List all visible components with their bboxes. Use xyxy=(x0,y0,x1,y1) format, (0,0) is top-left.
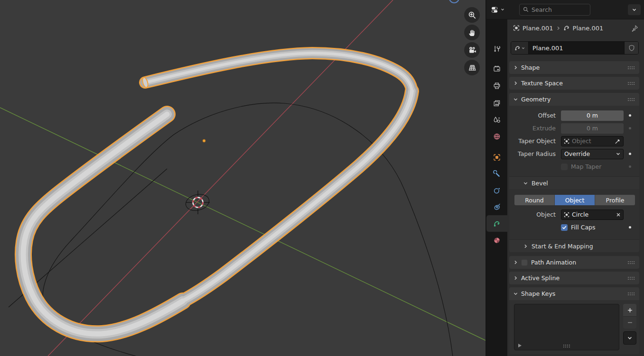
tab-world[interactable] xyxy=(486,128,507,145)
grip-icon[interactable] xyxy=(627,82,635,85)
view-layer-icon xyxy=(493,100,501,107)
pan-button[interactable] xyxy=(464,25,480,40)
shield-icon xyxy=(628,45,635,51)
camera-view-icon xyxy=(468,46,476,55)
path-animation-checkbox[interactable] xyxy=(521,259,528,266)
map-taper-row: Map Taper xyxy=(509,161,639,172)
tab-constraints[interactable] xyxy=(486,199,507,215)
pan-hand-icon xyxy=(468,28,476,37)
fake-user-button[interactable] xyxy=(624,42,638,54)
3d-viewport[interactable] xyxy=(0,0,485,356)
filter-triangle-icon[interactable] xyxy=(518,344,522,347)
datablock-name-field[interactable]: Plane.001 xyxy=(529,42,624,54)
tab-output[interactable] xyxy=(486,77,507,94)
start-end-mapping-header[interactable]: Start & End Mapping xyxy=(509,239,639,252)
animate-decorator[interactable] xyxy=(629,114,631,117)
object-origin-dot[interactable] xyxy=(203,139,205,142)
physics-icon xyxy=(493,187,501,194)
zoom-button[interactable] xyxy=(464,7,480,23)
panel-shape-keys-header[interactable]: Shape Keys xyxy=(509,287,639,300)
offset-row: Offset 0 m xyxy=(509,110,639,121)
tab-modifiers[interactable] xyxy=(486,165,507,182)
animate-decorator[interactable] xyxy=(629,165,631,168)
shape-keys-list[interactable] xyxy=(514,304,619,350)
eyedropper-icon[interactable] xyxy=(615,138,621,144)
shape-keys-specials-button[interactable] xyxy=(623,331,636,345)
fill-caps-checkbox[interactable] xyxy=(561,224,568,231)
panel-geometry-header[interactable]: Geometry xyxy=(509,93,639,106)
object-picker-icon xyxy=(564,212,569,218)
animate-decorator[interactable] xyxy=(629,226,631,228)
add-shape-key-button[interactable] xyxy=(623,304,636,316)
panel-path-animation-header[interactable]: Path Animation xyxy=(509,256,639,269)
breadcrumb-data[interactable]: Plane.001 xyxy=(573,25,604,32)
breadcrumb: Plane.001 Plane.001 xyxy=(508,21,640,35)
chevron-down-icon xyxy=(513,292,518,296)
add-icon xyxy=(627,308,633,313)
chevron-down-icon xyxy=(513,97,518,101)
panel-path-animation: Path Animation xyxy=(509,256,639,269)
editor-type-button[interactable] xyxy=(490,5,506,15)
curve-data-icon xyxy=(493,220,501,228)
tab-physics[interactable] xyxy=(486,182,507,199)
chevron-down-icon xyxy=(522,46,525,50)
tab-render[interactable] xyxy=(486,60,507,77)
bevel-mode-segmented: Round Object Profile xyxy=(514,195,635,205)
shape-keys-buttons xyxy=(623,304,636,350)
grip-icon[interactable] xyxy=(563,344,570,347)
chevron-down-icon xyxy=(632,8,636,12)
grip-icon[interactable] xyxy=(627,276,635,280)
offset-input[interactable]: 0 m xyxy=(561,110,624,121)
fill-caps-row: Fill Caps xyxy=(509,222,639,233)
tab-tool[interactable] xyxy=(486,40,507,57)
remove-icon xyxy=(627,320,633,325)
material-icon xyxy=(493,237,501,244)
panel-shape-header[interactable]: Shape xyxy=(509,61,639,74)
specials-chevron-icon xyxy=(627,336,632,340)
chevron-right-icon xyxy=(513,260,518,265)
bevel-object-field[interactable]: Circle xyxy=(561,210,624,220)
bevel-mode-object[interactable]: Object xyxy=(555,195,595,205)
extrude-input[interactable]: 0 m xyxy=(561,123,624,134)
animate-decorator[interactable] xyxy=(629,153,631,155)
datablock-selector: Plane.001 xyxy=(511,41,639,55)
grip-icon[interactable] xyxy=(627,292,635,295)
blender-window: Search xyxy=(0,0,644,356)
bevel-subpanel-header[interactable]: Bevel xyxy=(509,176,639,189)
tab-object-data[interactable] xyxy=(486,215,507,232)
object-picker-icon xyxy=(564,138,569,144)
modifiers-wrench-icon xyxy=(493,170,501,178)
map-taper-checkbox[interactable] xyxy=(561,164,568,170)
bevel-mode-profile[interactable]: Profile xyxy=(595,195,635,205)
pin-button[interactable] xyxy=(631,25,638,32)
search-input[interactable]: Search xyxy=(519,4,590,16)
grip-icon[interactable] xyxy=(627,66,635,69)
grip-icon[interactable] xyxy=(627,261,635,264)
grip-icon[interactable] xyxy=(627,98,635,101)
tab-view-layer[interactable] xyxy=(486,95,507,111)
camera-view-button[interactable] xyxy=(464,42,480,58)
tab-scene[interactable] xyxy=(486,111,507,128)
bevel-mode-round[interactable]: Round xyxy=(514,195,555,205)
panel-texture-space-header[interactable]: Texture Space xyxy=(509,77,639,90)
panel-active-spline-header[interactable]: Active Spline xyxy=(509,272,639,284)
header-options-button[interactable] xyxy=(628,4,641,15)
clear-x-icon[interactable] xyxy=(616,212,621,217)
breadcrumb-object[interactable]: Plane.001 xyxy=(523,25,553,32)
datablock-browse-button[interactable] xyxy=(511,42,529,54)
viewport-gizmo-buttons xyxy=(464,7,480,77)
curve-data-icon xyxy=(514,45,521,51)
tab-object[interactable] xyxy=(486,149,507,165)
animate-decorator[interactable] xyxy=(629,127,631,129)
pin-icon xyxy=(631,25,638,32)
taper-radius-dropdown[interactable]: Override xyxy=(561,149,624,159)
remove-shape-key-button[interactable] xyxy=(623,316,636,329)
panel-texture-space: Texture Space xyxy=(509,77,639,90)
tool-icon xyxy=(493,45,501,53)
properties-content: Plane.001 Plane.001 xyxy=(507,19,644,356)
perspective-toggle-button[interactable] xyxy=(464,60,480,75)
chevron-right-icon xyxy=(523,244,528,248)
taper-object-field[interactable]: Object xyxy=(561,136,624,146)
tab-material[interactable] xyxy=(486,232,507,248)
chevron-right-icon xyxy=(513,81,518,85)
